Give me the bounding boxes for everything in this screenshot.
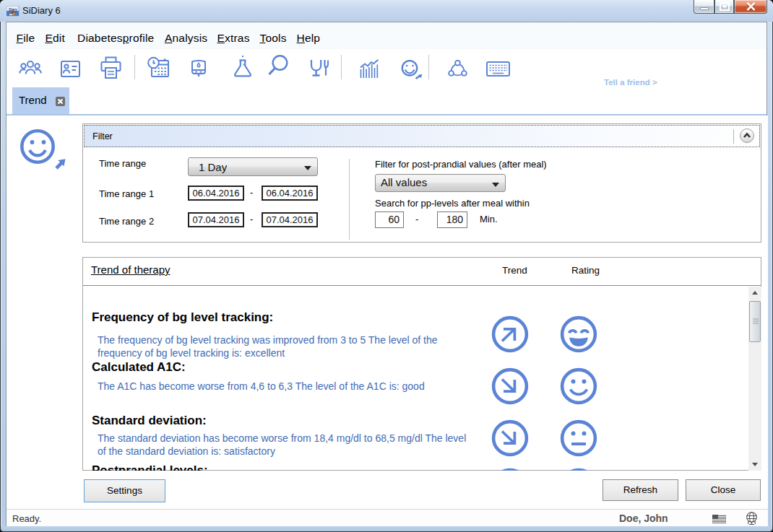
svg-text:Diary: Diary <box>9 8 17 12</box>
